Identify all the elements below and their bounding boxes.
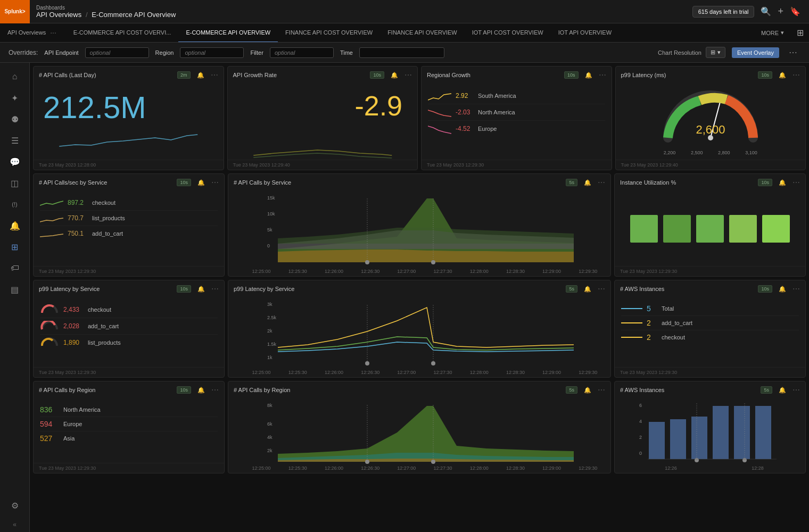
sidebar-collapse-button[interactable]: « bbox=[4, 517, 26, 532]
svg-text:6k: 6k bbox=[267, 421, 273, 427]
panel-body-util bbox=[615, 191, 805, 266]
panel-footer: Tue 23 May 2023 12:29:30 bbox=[615, 266, 805, 276]
event-overlay-button[interactable]: Event Overlay bbox=[732, 47, 779, 58]
aws-label-3: checkout bbox=[662, 334, 685, 340]
panel-menu-icon[interactable]: ⋯ bbox=[211, 285, 219, 293]
bell-icon[interactable]: 🔔 bbox=[585, 72, 592, 79]
add-icon[interactable]: + bbox=[778, 6, 783, 17]
tab-finance-cost[interactable]: FINANCE API COST OVERVIEW bbox=[278, 23, 380, 43]
sidebar-item-settings[interactable]: ⚙ bbox=[4, 496, 26, 515]
tab-api-overviews[interactable]: API Overviews ··· bbox=[0, 23, 66, 43]
tab-finance-overview[interactable]: FINANCE API OVERVIEW bbox=[380, 23, 465, 43]
bell-icon[interactable]: 🔔 bbox=[779, 387, 786, 394]
panel-menu-icon[interactable]: ⋯ bbox=[211, 386, 219, 394]
bell-icon[interactable]: 🔔 bbox=[197, 179, 205, 186]
panel-menu-icon[interactable]: ⋯ bbox=[793, 71, 800, 79]
gauge-svg: 2,600 bbox=[657, 90, 764, 148]
p99-gauge-3 bbox=[40, 337, 59, 348]
panel-menu-icon[interactable]: ⋯ bbox=[404, 71, 412, 79]
sidebar-item-chat[interactable]: 💬 bbox=[4, 152, 26, 171]
p99-x-label: 12:27:30 bbox=[434, 370, 452, 375]
panel: # API Calls/sec by Service 10s 🔔 ⋯ 897.2… bbox=[33, 173, 225, 277]
panel-menu-icon[interactable]: ⋯ bbox=[598, 178, 605, 187]
endpoint-label: API Endpoint bbox=[44, 49, 78, 56]
region-val-2: 594 bbox=[40, 420, 59, 428]
panel-menu-icon[interactable]: ⋯ bbox=[598, 285, 605, 293]
tab-ecommerce-overview[interactable]: E-COMMERCE API OVERVIEW bbox=[178, 23, 278, 43]
sidebar-item-list[interactable]: ☰ bbox=[4, 131, 26, 150]
panel-body-aws: 5 Total 2 add_to_cart 2 checkout bbox=[615, 297, 805, 367]
tab-iot-cost[interactable]: IOT API COST OVERVIEW bbox=[465, 23, 551, 43]
endpoint-input[interactable] bbox=[85, 47, 149, 58]
bell-icon[interactable]: 🔔 bbox=[197, 286, 205, 293]
sidebar-item-bell[interactable]: 🔔 bbox=[4, 216, 26, 235]
panel-header: p99 Latency (ms) 10s 🔔 ⋯ bbox=[616, 66, 806, 84]
svg-text:0: 0 bbox=[639, 451, 642, 456]
sidebar-item-alert[interactable]: (!) bbox=[4, 195, 26, 214]
panel-menu-icon[interactable]: ⋯ bbox=[211, 71, 218, 79]
panel: # API Calls (Last Day) 2m 🔔 ⋯ 212.5M Tue… bbox=[33, 66, 224, 170]
time-input[interactable] bbox=[359, 47, 444, 58]
bell-icon[interactable]: 🔔 bbox=[779, 286, 786, 293]
sidebar-item-home[interactable]: ⌂ bbox=[4, 67, 26, 86]
aws-val-2: 2 bbox=[647, 319, 657, 327]
svc-label-3: add_to_cart bbox=[92, 230, 123, 237]
panel-title: # AWS Instances bbox=[620, 387, 757, 393]
bell-icon[interactable]: 🔔 bbox=[584, 387, 591, 394]
region-input[interactable] bbox=[180, 47, 244, 58]
tab-iot-overview[interactable]: IOT API OVERVIEW bbox=[551, 23, 619, 43]
bookmark-icon[interactable]: 🔖 bbox=[790, 6, 800, 16]
bell-icon[interactable]: 🔔 bbox=[779, 72, 786, 79]
gauge-label-min: 2,200 bbox=[664, 150, 676, 155]
p99-val-1: 2,433 bbox=[63, 306, 84, 313]
tab-ecommerce-cost[interactable]: E-COMMERCE API COST OVERVI... bbox=[66, 23, 179, 43]
bell-icon[interactable]: 🔔 bbox=[584, 179, 591, 186]
aws-val-3: 2 bbox=[647, 333, 657, 342]
svc-spark-1 bbox=[40, 198, 63, 207]
panel-header: Regional Growth 10s 🔔 ⋯ bbox=[422, 66, 612, 84]
panel-title: # API Calls by Region bbox=[39, 387, 174, 393]
reg-x-label: 12:27:00 bbox=[397, 466, 416, 471]
sidebar-item-star[interactable]: ✦ bbox=[4, 88, 26, 107]
bell-icon[interactable]: 🔔 bbox=[197, 387, 205, 394]
nav-more[interactable]: MORE ▾ bbox=[754, 29, 791, 36]
chart-res-button[interactable]: ⊞ ▾ bbox=[706, 47, 725, 58]
panel: # AWS Instances 10s 🔔 ⋯ 5 Total 2 add_to… bbox=[614, 280, 806, 378]
filter-input[interactable] bbox=[270, 47, 334, 58]
x-label: 12:28:30 bbox=[506, 269, 525, 274]
panel-footer: Tue 23 May 2023 12:29:40 bbox=[616, 160, 806, 170]
bell-icon[interactable]: 🔔 bbox=[197, 72, 204, 79]
sidebar-item-dashboards[interactable]: ⊞ bbox=[4, 237, 26, 256]
sidebar-item-table[interactable]: ▤ bbox=[4, 280, 26, 299]
tab-dots[interactable]: ··· bbox=[48, 28, 59, 37]
splunk-logo[interactable]: Splunk> bbox=[0, 0, 30, 23]
p99-label-2: add_to_cart bbox=[88, 323, 119, 329]
aws-label-2: add_to_cart bbox=[662, 320, 692, 326]
overrides-more-icon[interactable]: ⋯ bbox=[786, 47, 800, 57]
sidebar-item-box[interactable]: ◫ bbox=[4, 173, 26, 193]
panel-body-region: 836 North America 594 Europe 527 Asia bbox=[34, 398, 224, 463]
panel-title: Regional Growth bbox=[427, 72, 561, 78]
svc-val-1: 897.2 bbox=[68, 199, 88, 206]
big-number: 212.5M bbox=[40, 88, 217, 126]
panel-title: # API Calls by Region bbox=[234, 387, 563, 393]
sidebar-item-org[interactable]: ⚉ bbox=[4, 110, 26, 129]
bell-icon[interactable]: 🔔 bbox=[779, 179, 786, 186]
panel-menu-icon[interactable]: ⋯ bbox=[793, 178, 800, 187]
sidebar-item-tag[interactable]: 🏷 bbox=[4, 259, 26, 278]
panel-menu-icon[interactable]: ⋯ bbox=[599, 71, 606, 79]
panel-menu-icon[interactable]: ⋯ bbox=[211, 178, 219, 187]
filter-label: Filter bbox=[250, 49, 263, 56]
panel-menu-icon[interactable]: ⋯ bbox=[598, 386, 605, 394]
panel-badge: 5s bbox=[566, 179, 577, 186]
region-label-1: North America bbox=[63, 406, 101, 413]
panel-badge: 10s bbox=[758, 71, 772, 79]
search-icon[interactable]: 🔍 bbox=[761, 6, 771, 16]
panel-menu-icon[interactable]: ⋯ bbox=[793, 285, 800, 293]
panel-menu-icon[interactable]: ⋯ bbox=[793, 386, 800, 394]
layout-icon[interactable]: ⊞ bbox=[791, 28, 809, 38]
bell-icon[interactable]: 🔔 bbox=[584, 286, 591, 293]
bell-icon[interactable]: 🔔 bbox=[391, 72, 398, 79]
x-label: 12:25:00 bbox=[252, 269, 271, 274]
svg-rect-43 bbox=[670, 419, 686, 459]
